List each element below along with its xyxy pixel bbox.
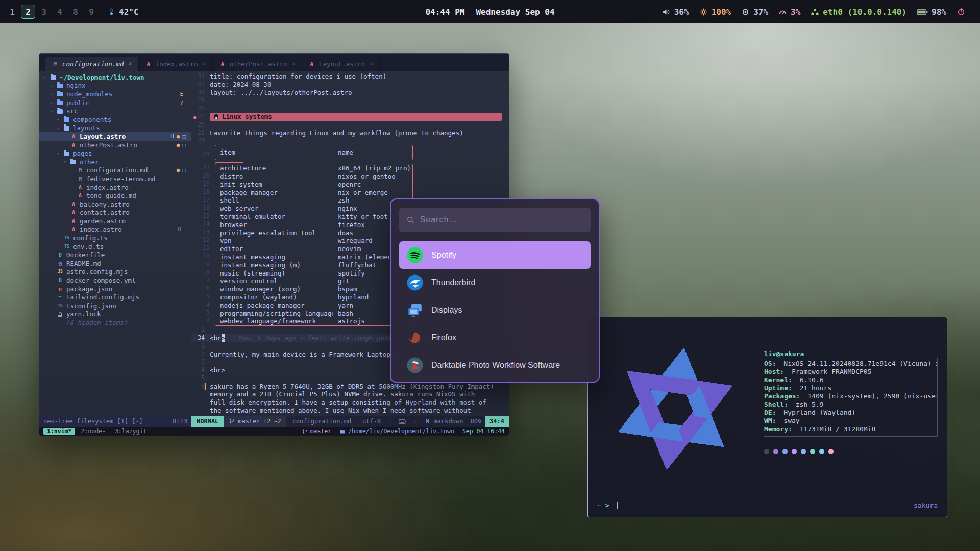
workspace-button[interactable]: 1 xyxy=(5,5,19,19)
tmux-window[interactable]: 1:nvim* xyxy=(43,428,75,435)
tree-item[interactable]: contact.astro xyxy=(39,209,191,217)
expand-arrow-icon[interactable]: ▾ xyxy=(49,109,54,114)
tree-item[interactable]: ▸ node_modules E xyxy=(39,90,191,98)
tree-item[interactable]: tsconfig.json xyxy=(39,302,191,310)
tree-item[interactable]: ▸ public ? xyxy=(39,98,191,107)
launcher-item[interactable]: Spotify xyxy=(399,241,591,269)
volume-module[interactable]: 36% xyxy=(662,7,689,17)
tree-item[interactable]: ▾ src xyxy=(39,107,191,115)
tab-close-icon[interactable]: × xyxy=(370,60,373,67)
fetch-info-key: Host: xyxy=(764,368,784,375)
file-name: ~/Development/liv.town xyxy=(60,73,144,81)
file-name: node_modules xyxy=(66,90,112,98)
table-row: web server nginx xyxy=(215,205,412,213)
tab-close-icon[interactable]: × xyxy=(292,60,296,67)
tree-item[interactable]: ▸ nginx xyxy=(39,82,191,90)
editor-tab[interactable]: Layout.astro × xyxy=(302,57,380,71)
hint-badge: H xyxy=(177,226,181,233)
fetch-info-box: OS: NixOS 24.11.20240828.71e91c4 (Vicuna… xyxy=(764,358,938,437)
editor-tab[interactable]: configuration.md × xyxy=(45,57,139,71)
file-icon xyxy=(57,311,64,317)
tree-item[interactable]: package.json xyxy=(39,285,191,293)
fetch-info-value: Framework FRANMDCP05 xyxy=(792,368,872,375)
fetch-info-line: Memory: 11731MiB / 31280MiB xyxy=(764,425,937,433)
tree-item[interactable]: tailwind.config.mjs xyxy=(39,293,191,302)
expand-arrow-icon[interactable]: ▾ xyxy=(42,74,47,80)
filetype-icon xyxy=(52,61,59,67)
file-name: fediverse-terms.md xyxy=(86,175,155,183)
workspace-button[interactable]: 4 xyxy=(53,5,67,19)
editor-tab[interactable]: index.astro × xyxy=(139,57,213,71)
tree-item[interactable]: ▸ components xyxy=(39,115,191,124)
fetch-box-border xyxy=(808,354,938,354)
fetch-user-host: liv@sakura xyxy=(764,350,804,358)
tab-close-icon[interactable]: × xyxy=(128,60,132,67)
power-icon xyxy=(957,7,966,16)
cpu-module[interactable]: 3% xyxy=(778,7,800,17)
tree-item[interactable]: (6 hidden items) xyxy=(39,318,191,327)
expand-arrow-icon[interactable]: ▸ xyxy=(49,83,54,88)
expand-arrow-icon[interactable]: ▾ xyxy=(56,126,61,131)
tree-item[interactable]: balcony.astro xyxy=(39,200,191,209)
tree-item[interactable]: ▾ ~/Development/liv.town xyxy=(39,73,191,82)
launcher-search[interactable] xyxy=(399,208,591,232)
launcher-item[interactable]: Displays xyxy=(399,296,591,324)
tree-item[interactable]: yarn.lock xyxy=(39,310,191,319)
tree-item[interactable]: Dockerfile xyxy=(39,251,191,259)
temperature-module[interactable]: 42°C xyxy=(108,7,139,17)
file-name: otherPost.astro xyxy=(80,141,137,149)
workspace-button[interactable]: 2 xyxy=(21,5,35,19)
buffer-line: 26 xyxy=(191,121,509,129)
tree-item[interactable]: otherPost.astro ● □ xyxy=(39,141,191,149)
tree-item[interactable]: config.ts xyxy=(39,234,191,242)
launcher-item[interactable]: Darktable Photo Workflow Software xyxy=(399,352,591,379)
table-cell-name: nixos or gentoo xyxy=(333,172,412,181)
battery-module[interactable]: 98% xyxy=(917,7,946,17)
search-input[interactable] xyxy=(420,215,583,224)
tree-item[interactable]: index.astro H xyxy=(39,226,191,234)
tree-item[interactable]: fediverse-terms.md xyxy=(39,174,191,183)
expand-arrow-icon[interactable]: ▾ xyxy=(56,151,61,156)
workspace-button[interactable]: 3 xyxy=(37,5,51,19)
workspace-button[interactable]: 8 xyxy=(68,5,83,19)
tmux-window[interactable]: 2:node- xyxy=(77,428,109,435)
brightness-module[interactable]: 100% xyxy=(699,7,731,17)
launcher-item[interactable]: Firefox xyxy=(399,324,591,352)
expand-arrow-icon[interactable]: ▸ xyxy=(56,117,61,122)
fetch-info-value: zsh 5.9 xyxy=(796,400,824,408)
network-module[interactable]: eth0 (10.0.0.140) xyxy=(811,7,906,17)
line-number: 31 xyxy=(191,81,210,89)
launcher-item[interactable]: Thunderbird xyxy=(399,269,591,296)
brightness-icon xyxy=(699,8,708,16)
tree-item[interactable]: ▾ other xyxy=(39,158,191,166)
tree-item[interactable]: docker-compose.yml xyxy=(39,276,191,285)
tree-item[interactable]: ▾ layouts xyxy=(39,124,191,133)
battery-value: 98% xyxy=(932,7,946,17)
buffer-line: 29 --- xyxy=(191,96,509,105)
expand-arrow-icon[interactable]: ▸ xyxy=(49,91,54,96)
line-number: 23 xyxy=(191,145,215,164)
firefox-icon xyxy=(406,329,424,346)
power-button[interactable] xyxy=(957,7,966,16)
tree-item[interactable]: garden.astro xyxy=(39,217,191,226)
file-name: components xyxy=(73,116,111,123)
tree-item[interactable]: astro.config.mjs xyxy=(39,268,191,277)
tree-item[interactable]: index.astro xyxy=(39,183,191,192)
tree-item[interactable]: ▾ pages xyxy=(39,149,191,158)
tab-close-icon[interactable]: × xyxy=(202,60,206,67)
tree-item[interactable]: README.md xyxy=(39,259,191,268)
open-buffer-badge: □ xyxy=(182,167,186,173)
tree-item[interactable]: configuration.md ● □ xyxy=(39,166,191,175)
neotree-statusline: neo-tree filesystem [1] [-] 8:13 xyxy=(39,416,191,427)
shell-prompt[interactable]: ~ > xyxy=(597,502,618,509)
tree-item[interactable]: env.d.ts xyxy=(39,242,191,251)
tree-item[interactable]: Layout.astro H ● □ xyxy=(39,132,191,141)
workspace-button[interactable]: 9 xyxy=(84,5,99,19)
editor-tab[interactable]: otherPost.astro × xyxy=(213,57,302,71)
tree-item[interactable]: tone-guide.md xyxy=(39,191,191,200)
fetch-info-key: Packages: xyxy=(764,392,800,400)
memory-module[interactable]: 37% xyxy=(741,7,768,17)
expand-arrow-icon[interactable]: ▾ xyxy=(62,159,67,164)
tmux-window[interactable]: 3:lazygit xyxy=(111,428,150,435)
expand-arrow-icon[interactable]: ▸ xyxy=(49,100,54,105)
